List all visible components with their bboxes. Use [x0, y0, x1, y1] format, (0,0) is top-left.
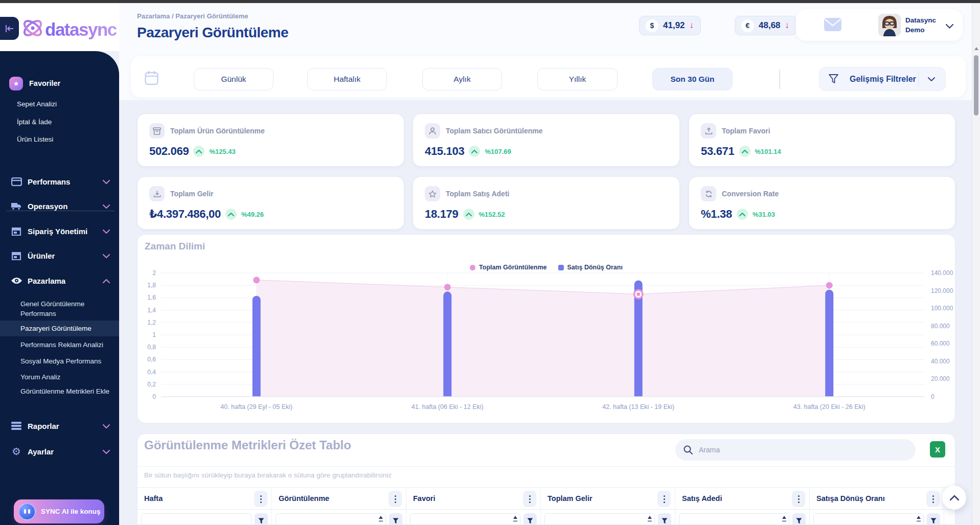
spinner-down-icon[interactable] [782, 520, 786, 522]
column-menu-button[interactable] [254, 491, 267, 507]
chevron-down-icon [103, 421, 110, 430]
spinner-down-icon[interactable] [513, 520, 517, 522]
sidebar-item-performans[interactable]: Performans [0, 174, 119, 189]
page-scrollbar[interactable] [972, 3, 980, 525]
spinner-down-icon[interactable] [379, 520, 383, 522]
svg-text:0: 0 [931, 393, 935, 400]
svg-text:140.000: 140.000 [931, 269, 953, 277]
filter-cell-hafta [138, 510, 272, 525]
svg-text:60.000: 60.000 [931, 340, 950, 347]
chart-title: Zaman Dilimi [145, 241, 205, 252]
column-menu-button[interactable] [389, 491, 402, 507]
filter-input[interactable] [410, 513, 520, 525]
sidebar-item-favoriler[interactable]: ★ Favoriler [0, 76, 119, 91]
currency-usd-badge[interactable]: $ 41,92 ↓ [639, 16, 701, 35]
stat-card-toplam-gelir: Toplam Gelir ₺4.397.486,00 %49.26 [137, 176, 404, 230]
chevron-down-icon [103, 177, 110, 186]
period-button-gunluk[interactable]: Günlük [194, 68, 274, 90]
avatar[interactable] [878, 14, 901, 36]
trend-up-icon [739, 146, 750, 157]
chart-plot-area[interactable]: 21,81,61,41,210,80,60,40,20140.000120.00… [138, 258, 956, 417]
column-header-goruntulenme[interactable]: Görüntülenme [272, 488, 406, 509]
sidebar-sublink-performans-reklam[interactable]: Performans Reklam Analizi [20, 340, 112, 350]
spinner-up-icon[interactable] [782, 516, 786, 519]
sidebar-item-pazarlama[interactable]: Pazarlama [0, 273, 119, 288]
spinner-up-icon[interactable] [513, 516, 517, 519]
sidebar-item-operasyon[interactable]: Operasyon [0, 198, 119, 214]
filter-input[interactable] [544, 513, 655, 525]
column-header-favori[interactable]: Favori [406, 488, 541, 509]
sidebar-item-siparis-yonetimi[interactable]: Sipariş Yönetimi [0, 223, 119, 239]
calendar-icon[interactable] [145, 71, 158, 87]
filter-funnel-button[interactable] [792, 513, 806, 525]
svg-text:1,8: 1,8 [147, 282, 156, 289]
search-input[interactable] [699, 446, 893, 454]
filter-input[interactable] [679, 513, 789, 525]
trend-up-icon [463, 209, 474, 220]
sidebar-link-urun-listesi[interactable]: Ürün Listesi [17, 135, 53, 143]
svg-text:1,4: 1,4 [147, 307, 156, 314]
filter-funnel-button[interactable] [389, 513, 402, 525]
column-menu-button[interactable] [792, 491, 805, 507]
stat-card-toplam-favori: Toplam Favori 53.671 %101.14 [689, 113, 955, 167]
store-icon [10, 227, 22, 236]
mail-icon[interactable] [824, 18, 841, 33]
sidebar-sublink-pazaryeri-goruntuleme[interactable]: Pazaryeri Görüntüleme [20, 324, 112, 333]
scrollbar-thumb[interactable] [974, 55, 978, 116]
sidebar-item-raporlar[interactable]: Raporlar [0, 418, 119, 433]
column-header-hafta[interactable]: Hafta [138, 488, 272, 509]
filter-funnel-button[interactable] [255, 513, 268, 525]
period-button-aylik[interactable]: Aylık [422, 68, 502, 90]
scrollbar-up-arrow-icon[interactable] [974, 47, 978, 50]
sync-ai-chat-button[interactable]: SYNC AI ile konuş [14, 499, 104, 523]
filter-funnel-button[interactable] [523, 513, 537, 525]
svg-text:1,2: 1,2 [147, 319, 156, 326]
user-menu[interactable]: Datasync Demo [796, 9, 963, 41]
chevron-down-icon [103, 447, 110, 456]
table-divider [138, 466, 955, 467]
advanced-filters-button[interactable]: Gelişmiş Filtreler [819, 67, 946, 91]
filter-funnel-button[interactable] [927, 513, 940, 525]
svg-text:120.000: 120.000 [931, 287, 953, 294]
sidebar-link-iptal-iade[interactable]: İptal & İade [17, 118, 52, 126]
column-menu-button[interactable] [926, 491, 940, 507]
period-button-yillik[interactable]: Yıllık [537, 68, 618, 90]
spinner-down-icon[interactable] [917, 520, 921, 522]
spinner-down-icon[interactable] [648, 520, 652, 522]
excel-icon: X [935, 445, 940, 454]
table-search[interactable] [675, 439, 916, 461]
filter-input[interactable] [141, 513, 252, 525]
filter-input[interactable] [276, 513, 386, 525]
table-filter-row [138, 510, 955, 525]
svg-text:43. hafta (20 Eki - 26 Eki): 43. hafta (20 Eki - 26 Eki) [793, 403, 865, 410]
sidebar-sublink-genel-goruntulenme[interactable]: Genel Görüntülenme Performans [20, 299, 112, 318]
column-header-toplam-gelir[interactable]: Toplam Gelir [541, 488, 675, 509]
spinner-up-icon[interactable] [917, 516, 921, 519]
filter-input[interactable] [813, 513, 924, 525]
sidebar-item-urunler[interactable]: Ürünler [0, 248, 119, 263]
period-button-son-30-gun[interactable]: Son 30 Gün [652, 68, 733, 90]
spinner-up-icon[interactable] [648, 516, 652, 519]
chevron-down-icon[interactable] [946, 21, 953, 31]
period-button-haftalik[interactable]: Haftalık [307, 68, 387, 90]
excel-export-button[interactable]: X [930, 441, 945, 458]
column-menu-button[interactable] [657, 491, 671, 507]
filter-cell-favori [406, 510, 541, 525]
svg-text:0: 0 [152, 393, 156, 400]
table-title: Görüntülenme Metrikleri Özet Tablo [144, 438, 351, 452]
sidebar-item-ayarlar[interactable]: ⚙ Ayarlar [0, 444, 119, 459]
sidebar-sublink-yorum-analiz[interactable]: Yorum Analiz [20, 372, 112, 382]
sidebar-sublink-sosyal-medya[interactable]: Sosyal Medya Performans [20, 356, 112, 366]
column-menu-button[interactable] [523, 491, 536, 507]
sidebar-sublink-goruntulenme-metrikleri-ekle[interactable]: Görüntülenme Metrikleri Ekle [20, 386, 112, 396]
sidebar-link-sepet-analizi[interactable]: Sepet Analizi [17, 100, 57, 108]
filter-funnel-button[interactable] [658, 513, 671, 525]
spinner-up-icon[interactable] [379, 516, 383, 519]
datasync-logo-icon [21, 16, 44, 42]
sidebar-collapse-button[interactable] [0, 17, 19, 40]
svg-text:41. hafta (06 Eki - 12 Eki): 41. hafta (06 Eki - 12 Eki) [412, 403, 484, 410]
currency-eur-badge[interactable]: € 48,68 ↓ [735, 16, 797, 35]
column-header-satis-adedi[interactable]: Satış Adedi [675, 488, 810, 509]
scroll-to-top-button[interactable] [942, 486, 966, 510]
column-header-satisa-donus-orani[interactable]: Satışa Dönüş Oranı [810, 488, 944, 509]
